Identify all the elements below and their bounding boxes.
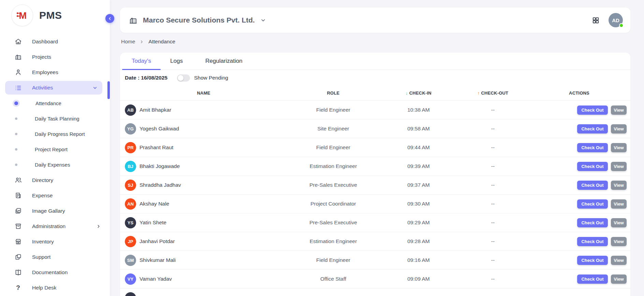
check-out-button[interactable]: Check Out [577, 256, 608, 265]
avatar: SM [125, 255, 136, 266]
check-in-time: 09:30 AM [379, 201, 458, 207]
sidebar-item-expense[interactable]: Expense [0, 188, 110, 203]
attendance-card: Today's Logs Regularization Date : 16/08… [120, 53, 630, 296]
online-status-dot [619, 23, 624, 28]
employee-name: Amit Bhapkar [140, 107, 171, 113]
company-selector[interactable]: Marco Secure Solutions Pvt. Ltd. [129, 16, 266, 25]
table-row-partial [120, 288, 630, 296]
view-button[interactable]: View [611, 199, 627, 209]
sidebar-item-employees[interactable]: Employees [0, 65, 110, 80]
sidebar-subitem-label: Daily Task Planning [35, 116, 79, 122]
main-area: Marco Secure Solutions Pvt. Ltd. AD Home… [110, 0, 644, 296]
filter-row: Date : 16/08/2025 Show Pending [120, 70, 630, 86]
avatar: JP [125, 236, 136, 247]
view-button[interactable]: View [611, 181, 627, 190]
employee-name: Akshay Nale [140, 201, 169, 207]
employee-role: Pre-Sales Executive [287, 182, 379, 188]
check-out-button[interactable]: Check Out [577, 105, 608, 115]
date-label: Date : 16/08/2025 [125, 75, 167, 81]
sidebar-item-dashboard[interactable]: Dashboard [0, 34, 110, 49]
show-pending-toggle[interactable] [177, 74, 190, 82]
sidebar-item-help-desk[interactable]: ? Help Desk [0, 280, 110, 295]
sidebar-item-directory[interactable]: Directory [0, 172, 110, 188]
view-button[interactable]: View [611, 256, 627, 265]
apps-grid-icon[interactable] [592, 16, 600, 24]
employee-role: Site Engineer [287, 126, 379, 132]
table-row: PR Prashant Raut Field Engineer 09:44 AM… [120, 138, 630, 157]
view-button[interactable]: View [611, 124, 627, 133]
top-header: Marco Secure Solutions Pvt. Ltd. AD [120, 8, 630, 33]
check-out-button[interactable]: Check Out [577, 181, 608, 190]
column-header-check-out[interactable]: ↑ CHECK-OUT [458, 90, 528, 96]
column-header-actions: ACTIONS [528, 90, 630, 96]
sidebar-item-support[interactable]: Support [0, 249, 110, 265]
view-button[interactable]: View [611, 218, 627, 227]
sidebar-item-documentation[interactable]: Documentation [0, 265, 110, 280]
check-out-button[interactable]: Check Out [577, 218, 608, 227]
table-row: SJ Shraddha Jadhav Pre-Sales Executive 0… [120, 176, 630, 195]
check-out-button[interactable]: Check Out [577, 162, 608, 171]
check-out-time: -- [458, 144, 528, 151]
user-avatar-initials: AD [612, 17, 619, 23]
view-button[interactable]: View [611, 274, 627, 284]
sidebar-subitem-project-report[interactable]: Project Report [0, 142, 110, 157]
check-in-time: 09:29 AM [379, 220, 458, 226]
check-in-time: 10:38 AM [379, 107, 458, 113]
tab-logs[interactable]: Logs [161, 53, 192, 70]
employee-name: Shivkumar Mali [140, 257, 176, 263]
employee-name: Bhakti Jogawade [140, 163, 180, 169]
check-out-button[interactable]: Check Out [577, 143, 608, 152]
sidebar-subitem-daily-expenses[interactable]: Daily Expenses [0, 157, 110, 172]
people-icon [14, 177, 22, 184]
sidebar-item-administration[interactable]: Administration [0, 219, 110, 234]
employee-role: Project Coordinator [287, 201, 379, 207]
home-icon [14, 38, 22, 45]
sidebar-subitem-daily-progress-report[interactable]: Daily Progress Report [0, 126, 110, 142]
sidebar-subitem-attendance[interactable]: Attendance [0, 96, 110, 111]
table-body: AB Amit Bhapkar Field Engineer 10:38 AM … [120, 101, 630, 288]
view-button[interactable]: View [611, 105, 627, 115]
tab-todays[interactable]: Today's [122, 53, 161, 70]
table-row: AB Amit Bhapkar Field Engineer 10:38 AM … [120, 101, 630, 119]
check-out-button[interactable]: Check Out [577, 124, 608, 133]
sidebar-collapse-button[interactable] [105, 14, 114, 23]
avatar [125, 292, 136, 296]
tab-regularization[interactable]: Regularization [196, 53, 252, 70]
sidebar-item-inventory[interactable]: Inventory [0, 234, 110, 249]
check-out-time: -- [458, 182, 528, 188]
receipt-icon [14, 192, 22, 199]
dot-icon [15, 117, 17, 120]
employee-role: Pre-Sales Executive [287, 220, 379, 226]
check-out-time: -- [458, 126, 528, 132]
user-avatar[interactable]: AD [609, 13, 623, 27]
sidebar-item-projects[interactable]: Projects [0, 49, 110, 65]
active-menu-indicator [107, 81, 110, 99]
table-row: YS Yatin Shete Pre-Sales Executive 09:29… [120, 213, 630, 232]
view-button[interactable]: View [611, 237, 627, 246]
view-button[interactable]: View [611, 162, 627, 171]
avatar: BJ [125, 161, 136, 172]
column-header-check-in[interactable]: ↓ CHECK-IN [379, 90, 458, 96]
sidebar-item-label: Projects [32, 54, 51, 60]
tab-bar: Today's Logs Regularization [120, 53, 630, 70]
building-icon [14, 53, 22, 61]
dot-icon [15, 148, 17, 151]
employee-role: Estimation Engineer [287, 238, 379, 244]
check-out-button[interactable]: Check Out [577, 199, 608, 209]
sidebar-item-label: Documentation [32, 269, 68, 276]
sidebar-subitem-daily-task-planning[interactable]: Daily Task Planning [0, 111, 110, 126]
company-name: Marco Secure Solutions Pvt. Ltd. [143, 16, 255, 24]
breadcrumb-home-link[interactable]: Home [121, 39, 135, 45]
chevron-down-icon [92, 85, 98, 90]
check-out-time: -- [458, 220, 528, 226]
employee-role: Field Engineer [287, 107, 379, 113]
sidebar-item-label: Help Desk [32, 285, 57, 291]
check-out-time: -- [458, 107, 528, 113]
check-out-button[interactable]: Check Out [577, 274, 608, 284]
sidebar-item-activities[interactable]: Activities [5, 81, 102, 95]
view-button[interactable]: View [611, 143, 627, 152]
check-out-button[interactable]: Check Out [577, 237, 608, 246]
sidebar-item-image-gallary[interactable]: Image Gallary [0, 203, 110, 219]
check-out-time: -- [458, 163, 528, 169]
dot-icon [15, 133, 17, 135]
